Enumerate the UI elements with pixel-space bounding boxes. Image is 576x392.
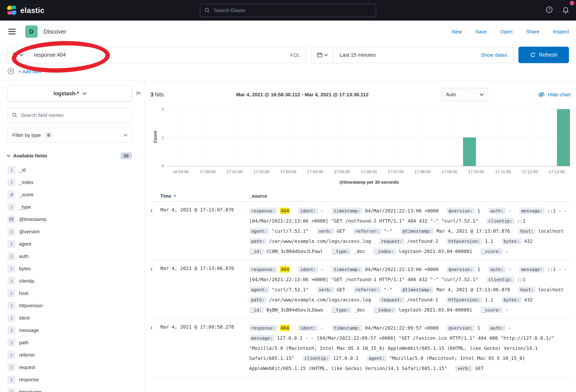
field-type-string-icon: t — [7, 277, 15, 285]
field-value: localhost — [538, 228, 564, 234]
field-item[interactable]: t_type — [7, 201, 145, 213]
global-search[interactable] — [200, 4, 376, 17]
field-item[interactable]: ttimestamp — [7, 386, 145, 392]
field-search[interactable] — [7, 108, 132, 122]
field-item[interactable]: tmessage — [7, 324, 145, 336]
field-item[interactable]: t_id — [7, 164, 145, 176]
field-value: 04/Mar/2021:22:09:57 +0000 — [365, 325, 438, 331]
field-type-string-icon: t — [7, 326, 15, 334]
highlighted-value: 404 — [280, 266, 290, 273]
field-item[interactable]: tpath — [7, 336, 145, 349]
query-language-button[interactable]: KQL — [284, 52, 306, 58]
elastic-logo-icon — [6, 5, 17, 16]
field-value: 432 — [524, 297, 533, 303]
field-item[interactable]: tauth — [7, 250, 145, 262]
expand-row-icon[interactable]: › — [150, 206, 160, 215]
field-value: _doc — [354, 307, 365, 313]
expand-row-icon[interactable]: › — [150, 264, 160, 273]
notifications-icon[interactable] — [562, 6, 570, 15]
field-name: referrer — [19, 352, 35, 358]
gridline — [476, 109, 476, 166]
content: logstash-* Filter by type 0 A — [0, 81, 576, 392]
help-icon[interactable]: ? — [546, 6, 553, 15]
field-badge: auth: — [488, 208, 506, 214]
appbar-action-save[interactable]: Save — [475, 29, 487, 34]
date-quick-select-button[interactable] — [311, 47, 333, 63]
field-search-input[interactable] — [21, 112, 127, 118]
field-item[interactable]: tclientip — [7, 275, 145, 287]
field-name: path — [19, 340, 29, 345]
field-badge: _score: — [480, 307, 503, 313]
time-range-value[interactable]: Last 15 minutes — [333, 52, 376, 58]
field-item[interactable]: tbytes — [7, 262, 145, 275]
gridline — [261, 109, 262, 166]
field-value: 1 — [477, 325, 480, 331]
field-badge: request: — [379, 297, 404, 303]
elastic-logo[interactable]: elastic — [6, 5, 45, 16]
saved-query-menu-button[interactable] — [7, 47, 28, 63]
hide-chart-button[interactable]: Hide chart — [538, 91, 571, 98]
field-value: localhost — [538, 287, 564, 292]
x-tick-label: 17:01:00 — [227, 169, 243, 174]
field-name: @timestamp — [19, 217, 46, 222]
field-value: 1.1 — [485, 297, 493, 303]
field-type-string-icon: t — [7, 314, 15, 322]
field-badge: verb: — [317, 287, 334, 293]
refresh-button[interactable]: Refresh — [518, 47, 569, 63]
appbar-action-new[interactable]: New — [452, 29, 462, 34]
histogram-bar[interactable] — [463, 138, 476, 166]
field-name: _id — [19, 167, 26, 173]
field-item[interactable]: thttpversion — [7, 300, 145, 312]
field-badge: ident: — [298, 325, 318, 331]
interval-select[interactable]: Auto — [441, 88, 488, 101]
filter-by-type-dropdown[interactable]: Filter by type 0 — [7, 128, 132, 142]
field-badge: _type: — [331, 248, 351, 254]
field-badge: ident: — [298, 208, 318, 214]
histogram-plot-area[interactable]: 01216:59:0017:00:0017:01:0017:02:0017:03… — [168, 109, 570, 166]
field-value: _doc — [354, 249, 365, 254]
field-item[interactable]: thost — [7, 287, 145, 300]
gridline — [288, 109, 288, 166]
field-badge: agent: — [249, 287, 269, 293]
field-item[interactable]: tresponse — [7, 373, 145, 386]
field-value: 1 — [477, 208, 480, 214]
gridline — [423, 109, 423, 166]
collapse-sidebar-icon[interactable] — [136, 90, 143, 97]
field-item[interactable]: #_score — [7, 189, 145, 201]
x-tick-label: 17:00:00 — [200, 169, 216, 174]
field-item[interactable]: tident — [7, 312, 145, 324]
field-item[interactable]: tagent — [7, 238, 145, 250]
field-item[interactable]: @timestamp — [7, 213, 145, 225]
field-value: "-" — [384, 287, 392, 292]
field-type-string-icon: t — [7, 203, 15, 211]
menu-icon[interactable] — [7, 27, 17, 37]
global-search-input[interactable] — [214, 7, 372, 13]
add-filter-button[interactable]: + Add filter — [19, 69, 42, 74]
appbar-action-inspect[interactable]: Inspect — [553, 29, 569, 34]
x-tick-label: 17:02:00 — [253, 169, 269, 174]
field-value: 1.1 — [485, 238, 493, 244]
time-column-header[interactable]: Time▼ — [160, 193, 249, 199]
filter-manage-icon[interactable] — [7, 67, 15, 76]
field-badge: clientip: — [303, 355, 331, 362]
field-badge: @timestamp: — [401, 228, 434, 234]
field-name: request — [19, 364, 35, 370]
field-value: - — [321, 267, 323, 272]
kql-query-input[interactable] — [28, 52, 284, 58]
field-item[interactable]: trequest — [7, 361, 145, 373]
appbar-action-open[interactable]: Open — [500, 29, 512, 34]
field-item[interactable]: treferrer — [7, 349, 145, 361]
field-value: 1 — [477, 267, 480, 272]
field-list: t_idt_index#_scoret_type@timestampt@vers… — [7, 164, 145, 392]
available-fields-toggle[interactable]: Available fields 20 — [7, 152, 132, 159]
field-item[interactable]: t_index — [7, 176, 145, 189]
appbar-action-share[interactable]: Share — [526, 29, 539, 34]
show-dates-link[interactable]: Show dates — [481, 52, 514, 58]
gridline — [315, 109, 315, 166]
expand-row-icon[interactable]: › — [150, 323, 160, 332]
field-value: 04/Mar/2021:22:13:06 +0000 — [365, 267, 438, 272]
field-item[interactable]: t@version — [7, 225, 145, 238]
index-pattern-switcher[interactable]: logstash-* — [7, 86, 132, 101]
chevron-down-icon — [124, 133, 127, 136]
histogram-bar[interactable] — [557, 109, 570, 166]
